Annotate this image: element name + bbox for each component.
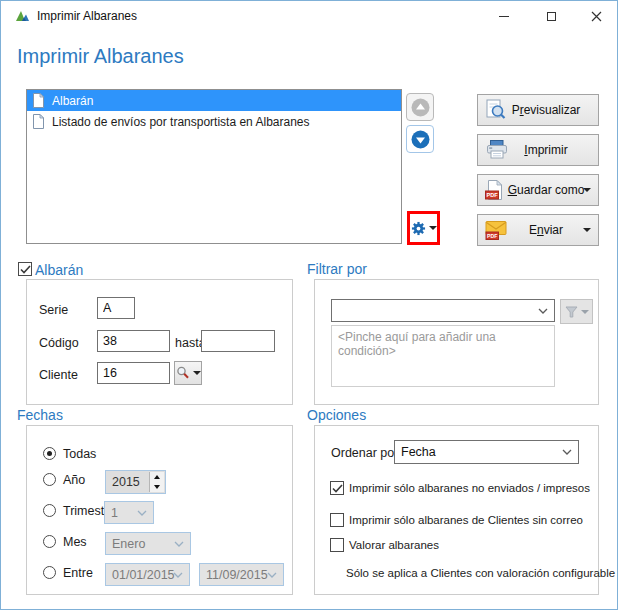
fecha-hasta-picker[interactable]: 11/09/2015 [199,563,284,586]
preview-icon [485,99,507,121]
radio-entre-label: Entre [63,566,93,580]
spin-down-icon [154,485,160,489]
cliente-search-button[interactable] [174,361,202,385]
radio-ano[interactable] [43,473,56,486]
filter-field-combo[interactable] [331,299,555,322]
filtrar-group-title: Filtrar por [307,261,367,277]
ordenar-por-label: Ordenar por [331,446,398,460]
fecha-desde-value: 01/01/2015 [112,568,175,582]
dropdown-caret-icon [193,371,201,375]
preview-label: Previsualizar [508,95,584,125]
maximize-icon [547,12,556,21]
fecha-desde-picker[interactable]: 01/01/2015 [105,563,190,586]
report-settings-button[interactable] [407,211,440,245]
solo-no-enviados-checkbox[interactable] [330,481,344,495]
close-button[interactable] [579,1,613,31]
dropdown-caret-icon [583,228,591,232]
spin-up-button[interactable] [150,472,164,482]
funnel-icon [565,306,578,318]
dialog-window: Imprimir Albaranes Imprimir Albaranes Al… [0,0,618,610]
codigo-label: Código [39,336,79,350]
mes-value: Enero [112,537,145,551]
move-down-button[interactable] [406,125,434,153]
send-button[interactable]: PDF Enviar [477,214,599,246]
printer-icon [485,140,509,161]
radio-todas[interactable] [43,447,56,460]
arrow-down-icon [411,130,430,149]
valoracion-note: Sólo se aplica a Clientes con valoración… [346,567,615,579]
dropdown-caret-icon [429,226,437,230]
serie-label: Serie [39,303,68,317]
window-title: Imprimir Albaranes [37,9,137,23]
fecha-hasta-value: 11/09/2015 [206,568,268,582]
close-icon [591,11,602,22]
codigo-input[interactable] [97,330,170,352]
valorar-albaranes-checkbox[interactable] [330,538,344,552]
move-up-button[interactable] [406,93,434,121]
app-icon [14,8,31,25]
radio-mes-label: Mes [63,535,87,549]
document-icon [33,93,44,108]
trimestre-combo[interactable]: 1 [104,501,154,524]
filter-condition-area[interactable]: <Pinche aquí para añadir una condición> [331,325,555,387]
report-list[interactable]: Albarán Listado de envíos por transporti… [26,89,402,244]
spin-down-button[interactable] [150,482,164,492]
radio-ano-label: Año [63,473,85,487]
magnifier-icon [176,366,190,380]
opciones-group-title: Opciones [307,407,366,423]
serie-input[interactable] [97,297,135,319]
save-as-label: Guardar como [508,175,584,205]
pdf-file-icon: PDF [485,180,503,200]
title-bar: Imprimir Albaranes [1,1,617,31]
chevron-down-icon [173,572,183,578]
maximize-button[interactable] [534,1,568,31]
radio-entre[interactable] [43,566,56,579]
svg-text:PDF: PDF [486,192,498,198]
check-icon [332,484,343,493]
albaran-checkbox[interactable] [18,262,32,276]
valorar-albaranes-label: Valorar albaranes [349,539,439,551]
arrow-up-icon [411,98,430,117]
list-item-listado[interactable]: Listado de envíos por transportista en A… [27,111,401,132]
page-title: Imprimir Albaranes [17,45,184,68]
preview-button[interactable]: Previsualizar [477,94,599,126]
cliente-input[interactable] [97,362,170,384]
svg-text:PDF: PDF [487,233,497,239]
check-icon [20,265,31,274]
chevron-down-icon [562,449,572,455]
ordenar-por-value: Fecha [401,445,436,459]
chevron-down-icon [267,572,277,578]
send-label: Enviar [508,215,584,245]
save-as-button[interactable]: PDF Guardar como [477,174,599,206]
clientes-sin-correo-label: Imprimir sólo albaranes de Clientes sin … [349,514,583,526]
list-item-label: Listado de envíos por transportista en A… [52,115,310,129]
radio-mes[interactable] [43,535,56,548]
print-label: Imprimir [508,135,584,165]
document-icon [33,114,44,129]
dropdown-caret-icon [583,188,591,192]
radio-trimestre[interactable] [43,504,56,517]
ano-spinner[interactable]: 2015 [105,470,166,494]
list-item-albaran[interactable]: Albarán [27,90,401,111]
chevron-down-icon [137,510,147,516]
gear-icon [411,221,426,236]
trimestre-value: 1 [111,506,118,520]
spin-up-icon [154,475,160,479]
fechas-group-title: Fechas [17,407,63,423]
chevron-down-icon [174,541,184,547]
hasta-input[interactable] [201,330,275,352]
mail-pdf-icon: PDF [485,220,507,240]
filter-apply-button[interactable] [560,299,593,324]
chevron-down-icon [538,308,548,314]
ordenar-por-combo[interactable]: Fecha [394,440,579,464]
list-item-label: Albarán [52,94,93,108]
dropdown-caret-icon [581,310,589,314]
filter-condition-hint: <Pinche aquí para añadir una condición> [338,330,496,358]
minimize-icon [499,16,509,17]
clientes-sin-correo-checkbox[interactable] [330,513,344,527]
minimize-button[interactable] [487,1,521,31]
print-button[interactable]: Imprimir [477,134,599,166]
mes-combo[interactable]: Enero [105,532,191,555]
spinner-buttons[interactable] [149,472,164,492]
radio-todas-label: Todas [63,447,96,461]
